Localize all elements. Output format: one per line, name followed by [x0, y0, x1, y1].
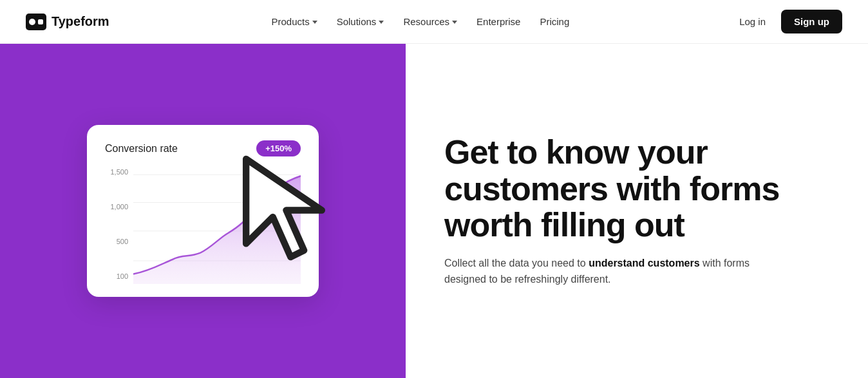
conversion-card: Conversion rate +150% 1,500 1,000 500 10…: [87, 125, 319, 297]
signup-button[interactable]: Sign up: [781, 10, 842, 33]
logo[interactable]: Typeform: [26, 14, 109, 30]
nav-item-solutions[interactable]: Solutions: [329, 11, 392, 32]
nav-item-products[interactable]: Products: [263, 11, 325, 32]
hero-left-panel: Conversion rate +150% 1,500 1,000 500 10…: [0, 44, 406, 378]
cursor-icon: [200, 150, 368, 266]
y-label-500: 500: [105, 238, 128, 245]
chevron-down-icon: [312, 21, 317, 24]
logo-icon: [26, 14, 46, 30]
chart-svg-wrap: [133, 168, 301, 284]
chevron-down-icon: [452, 21, 457, 24]
nav-item-enterprise[interactable]: Enterprise: [469, 11, 528, 32]
chevron-down-icon: [379, 21, 384, 24]
navbar: Typeform Products Solutions Resources En…: [0, 0, 868, 44]
hero-subtext: Collect all the data you need to underst…: [444, 256, 753, 288]
y-label-1000: 1,000: [105, 203, 128, 211]
logo-text: Typeform: [52, 14, 109, 29]
svg-marker-4: [246, 159, 322, 257]
hero-subtext-before: Collect all the data you need to: [444, 258, 589, 269]
hero-right-panel: Get to know your customers with forms wo…: [406, 44, 868, 378]
hero-subtext-bold: understand customers: [589, 258, 699, 269]
nav-actions: Log in Sign up: [731, 10, 842, 33]
card-title: Conversion rate: [105, 143, 178, 155]
nav-item-pricing[interactable]: Pricing: [532, 11, 577, 32]
nav-links: Products Solutions Resources Enterprise …: [263, 11, 577, 32]
y-axis: 1,500 1,000 500 100: [105, 168, 128, 284]
y-label-100: 100: [105, 272, 128, 280]
chart-area: 1,500 1,000 500 100: [105, 168, 301, 284]
login-button[interactable]: Log in: [731, 11, 773, 32]
main-container: Conversion rate +150% 1,500 1,000 500 10…: [0, 44, 868, 378]
y-label-1500: 1,500: [105, 168, 128, 176]
nav-item-resources[interactable]: Resources: [395, 11, 465, 32]
hero-headline: Get to know your customers with forms wo…: [444, 134, 829, 242]
